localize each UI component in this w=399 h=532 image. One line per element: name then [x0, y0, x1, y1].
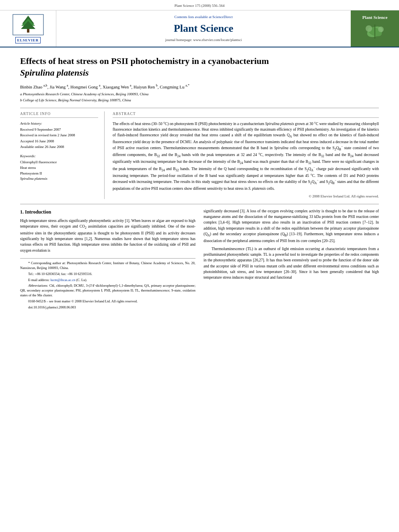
body-col-right-para1: significantly decreased [3]. A loss of t… — [204, 208, 379, 244]
email-address: lucm@ibcas.ac.cn — [50, 278, 75, 282]
abstract-col: ABSTRACT The effects of heat stress (30–… — [113, 111, 379, 199]
footnotes: * Corresponding author at: Photosynthesi… — [20, 258, 195, 310]
revised-date: Received in revised form 2 June 2008 — [20, 133, 98, 138]
article-info-col: ARTICLE INFO Article history: Received 9… — [20, 111, 105, 199]
article-title-line1: Effects of heat stress on PSII photochem… — [20, 56, 269, 66]
plant-science-logo-text: Plant Science — [362, 14, 388, 21]
keywords-section: Keywords: Chlorophyll fluorescence Heat … — [20, 154, 98, 181]
divider-2 — [20, 204, 379, 204]
history-label-text: Article history: — [20, 121, 42, 125]
article-info-heading: ARTICLE INFO — [20, 111, 98, 118]
footnote-tel: Tel.: +86 10 62836554; fax: +86 10 62595… — [20, 272, 195, 277]
section1-number: 1. — [20, 209, 24, 215]
elsevier-tree-icon — [12, 14, 44, 36]
copyright-line: © 2008 Elsevier Ireland Ltd. All rights … — [113, 194, 379, 199]
body-col-left-para1: High temperature stress affects signific… — [20, 218, 195, 253]
abstract-heading: ABSTRACT — [113, 111, 379, 118]
accepted-date: Accepted 16 June 2008 — [20, 139, 98, 144]
keywords-title: Keywords: — [20, 154, 98, 159]
journal-homepage: journal homepage: www.elsevier.com/locat… — [165, 37, 242, 43]
footnote-abbrev: Abbreviations: Chl, chlorophyll; DCMU, 3… — [20, 283, 195, 298]
section1-title-text: Introduction — [25, 209, 51, 215]
footnote-email: E-mail address: lucm@ibcas.ac.cn (C. Lu)… — [20, 278, 195, 283]
journal-banner: ELSEVIER Contents lists available at Sci… — [0, 10, 399, 48]
journal-header: Plant Science 175 (2008) 556–564 — [0, 0, 399, 10]
divider-1 — [20, 108, 379, 108]
body-col-right-para2: Thermoluminescence (TL) is an outburst o… — [204, 246, 379, 281]
article-title: Effects of heat stress on PSII photochem… — [20, 55, 379, 78]
plant-science-image-icon — [357, 21, 393, 43]
body-col-right: significantly decreased [3]. A loss of t… — [204, 208, 379, 311]
article-info-abstract: ARTICLE INFO Article history: Received 9… — [20, 111, 379, 199]
online-date: Available online 26 June 2008 — [20, 144, 98, 150]
elsevier-logo-area: ELSEVIER — [0, 10, 56, 47]
section1-title: 1. Introduction — [20, 208, 195, 216]
email-label: E-mail address: — [28, 278, 49, 282]
email-suffix: (C. Lu). — [76, 278, 87, 282]
history-label: Article history: — [20, 121, 98, 126]
affil-b: b College of Life Science, Beijing Norma… — [20, 98, 379, 103]
journal-center: Contents lists available at ScienceDirec… — [56, 10, 351, 47]
journal-info: Plant Science 175 (2008) 556–564 — [175, 4, 224, 8]
received-date: Received 9 September 2007 — [20, 127, 98, 132]
footnote-doi: doi:10.1016/j.plantsci.2008.06.003 — [20, 305, 195, 310]
footnote-issn: 0168-9452/$ – see front matter © 2008 El… — [20, 299, 195, 304]
keyword-4: Spirulina platensis — [20, 176, 98, 181]
plant-science-logo-area: Plant Science — [351, 10, 399, 47]
keyword-3: Photosystem II — [20, 171, 98, 176]
affil-a: a Photosynthesis Research Center, Chines… — [20, 92, 379, 97]
body-col-left: 1. Introduction High temperature stress … — [20, 208, 195, 311]
svg-point-10 — [366, 25, 372, 32]
footnote-corresponding: * Corresponding author at: Photosynthesi… — [20, 261, 195, 271]
authors-line: Binbin Zhao a,b, Jia Wang a, Hongmei Gon… — [20, 83, 379, 90]
article-title-line2: Spirulina platensis — [20, 68, 89, 78]
abstract-paragraph: The effects of heat stress (30–50 °C) on… — [113, 121, 379, 191]
elsevier-label: ELSEVIER — [15, 37, 41, 44]
svg-point-11 — [378, 27, 384, 32]
journal-title-banner: Plant Science — [174, 21, 233, 36]
abstract-text: The effects of heat stress (30–50 °C) on… — [113, 121, 379, 191]
keyword-1: Chlorophyll fluorescence — [20, 160, 98, 165]
affiliations: a Photosynthesis Research Center, Chines… — [20, 92, 379, 103]
abbrev-label: Abbreviations: — [28, 283, 48, 288]
sciencedirect-link: Contents lists available at ScienceDirec… — [175, 14, 233, 20]
body-text: 1. Introduction High temperature stress … — [20, 208, 379, 311]
keyword-2: Heat stress — [20, 165, 98, 170]
main-content: Effects of heat stress on PSII photochem… — [0, 47, 399, 319]
